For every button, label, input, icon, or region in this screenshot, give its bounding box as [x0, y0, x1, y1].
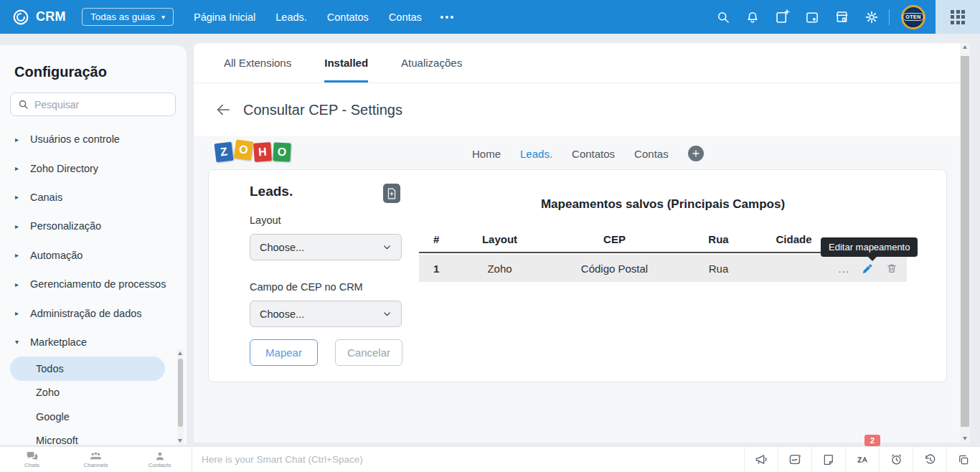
history-icon [923, 453, 937, 466]
nav-leads[interactable]: Leads. [275, 11, 307, 23]
zia-sketch-button[interactable] [778, 447, 811, 472]
scroll-down-icon[interactable] [963, 437, 967, 440]
sidebar-item-marketplace[interactable]: ▾Marketplace [0, 328, 187, 357]
main-scrollbar[interactable] [960, 43, 970, 443]
saved-mappings-table: Mapeamentos salvos (Principais Campos) #… [419, 170, 907, 382]
chevron-down-icon [382, 242, 392, 252]
tab-atualizacoes[interactable]: Atualizações [401, 43, 462, 82]
chats-button[interactable]: Chats [0, 447, 64, 472]
extension-tabs: All Extensions Installed Atualizações [194, 43, 960, 83]
ext-nav-contatos[interactable]: Contatos [572, 148, 615, 160]
layout-dropdown[interactable]: Choose... [250, 234, 402, 260]
brand-name: CRM [36, 9, 66, 24]
channels-button[interactable]: Channels [64, 447, 128, 472]
crm-brand: CRM [11, 8, 66, 27]
crm-logo-icon [11, 8, 30, 27]
scroll-up-icon[interactable] [963, 45, 967, 49]
avatar[interactable]: OTEN [901, 5, 925, 29]
search-icon [18, 99, 29, 110]
table-title: Mapeamentos salvos (Principais Campos) [419, 197, 907, 212]
chevron-right-icon: ▸ [15, 222, 21, 230]
notes-button[interactable] [811, 447, 845, 472]
gear-icon[interactable] [864, 10, 879, 24]
chats-icon [27, 451, 38, 461]
mapping-panel: Leads. Layout Choose... Campo de CEP no … [208, 169, 947, 382]
topbar: CRM Todas as guias ▾ Página Inicial Lead… [0, 0, 980, 34]
sidebar-item-microsoft[interactable]: Microsoft [0, 429, 187, 445]
tab-installed[interactable]: Installed [324, 43, 368, 82]
scrollbar-thumb[interactable] [961, 56, 969, 427]
sidebar-item-zoho[interactable]: Zoho [0, 381, 187, 405]
sidebar-title: Configuração [14, 64, 187, 80]
ext-nav-home[interactable]: Home [472, 148, 501, 160]
sidebar-item-zoho-directory[interactable]: ▸Zoho Directory [0, 154, 187, 182]
tab-all-extensions[interactable]: All Extensions [224, 43, 291, 82]
channels-icon [90, 451, 102, 461]
scroll-up-icon[interactable] [178, 351, 182, 355]
smart-chat-input[interactable] [202, 454, 744, 465]
calendar-icon[interactable] [805, 10, 819, 24]
zoho-logo: Z O H O [215, 143, 291, 161]
sidebar-item-automacao[interactable]: ▸Automação [0, 241, 187, 270]
zia-icon [855, 453, 870, 466]
sidebar-item-google[interactable]: Google [0, 405, 187, 429]
smart-chat-bar: Chats Channels Contacts [0, 446, 980, 472]
cep-field-label: Campo de CEP no CRM [250, 281, 363, 293]
sidebar-item-administracao[interactable]: ▸Administração de dados [0, 298, 187, 327]
module-title: Leads. [250, 184, 293, 199]
apps-grid-icon [951, 10, 965, 24]
copy-button[interactable] [946, 447, 980, 472]
add-module-button[interactable] [688, 146, 704, 161]
plus-icon [692, 149, 700, 158]
sidebar-item-personalizacao[interactable]: ▸Personalização [0, 212, 187, 240]
cancelar-button[interactable]: Cancelar [335, 339, 402, 366]
title-row: Consultar CEP - Settings [194, 83, 960, 136]
sidebar-item-gerenciamento[interactable]: ▸Gerenciamento de processos [0, 270, 187, 298]
compose-icon[interactable] [775, 9, 790, 24]
back-arrow-icon[interactable] [215, 102, 231, 118]
layout-label: Layout [250, 214, 281, 226]
settings-sidebar: Configuração ▸Usuários e controle ▸Zoho … [0, 45, 187, 445]
nav-pagina-inicial[interactable]: Página Inicial [194, 11, 255, 23]
nav-contatos[interactable]: Contatos [327, 11, 369, 23]
all-tabs-dropdown[interactable]: Todas as guias ▾ [82, 8, 174, 26]
contacts-button[interactable]: Contacts [128, 447, 192, 472]
sidebar-item-todos[interactable]: Todos [10, 357, 165, 381]
row-more-button[interactable]: ... [838, 263, 849, 275]
search-input[interactable] [34, 99, 168, 110]
cell-layout: Zoho [451, 263, 548, 275]
sidebar-item-usuarios[interactable]: ▸Usuários e controle [0, 125, 187, 154]
scrollbar-thumb[interactable] [178, 359, 183, 427]
zia-button[interactable] [845, 447, 879, 472]
delete-trash-icon[interactable] [886, 263, 897, 274]
chevron-right-icon: ▸ [15, 309, 21, 317]
marketplace-store-icon[interactable] [834, 9, 849, 24]
form-buttons: Mapear Cancelar [250, 339, 402, 366]
reminders-button[interactable] [879, 447, 913, 472]
announcements-button[interactable] [744, 447, 778, 472]
ext-nav-contas[interactable]: Contas [634, 148, 669, 160]
bell-icon[interactable] [745, 10, 760, 24]
scroll-down-icon[interactable] [178, 439, 182, 443]
edit-mapping-tooltip: Editar mapeamento [821, 237, 918, 257]
note-icon [822, 453, 835, 466]
cep-field-dropdown[interactable]: Choose... [250, 301, 402, 327]
chevron-right-icon: ▸ [15, 280, 21, 288]
search-icon[interactable] [716, 10, 730, 24]
history-button[interactable] [913, 447, 946, 472]
mapear-button[interactable]: Mapear [250, 339, 318, 366]
nav-contas[interactable]: Contas [389, 11, 422, 23]
topbar-icons [716, 9, 879, 24]
add-mapping-button[interactable] [383, 184, 400, 203]
topbar-nav: Página Inicial Leads. Contatos Contas [194, 11, 422, 23]
sidebar-search[interactable] [10, 93, 176, 116]
chevron-right-icon: ▸ [15, 251, 21, 259]
sidebar-scrollbar[interactable] [177, 349, 184, 445]
chevron-down-icon: ▾ [161, 13, 165, 21]
ext-nav-leads[interactable]: Leads. [520, 148, 552, 160]
more-tabs-icon[interactable] [440, 16, 453, 19]
smart-chat-field[interactable] [192, 447, 744, 472]
cell-cep: Código Postal [548, 263, 681, 275]
apps-grid-button[interactable] [936, 0, 980, 34]
sidebar-item-canais[interactable]: ▸Canais [0, 183, 187, 212]
